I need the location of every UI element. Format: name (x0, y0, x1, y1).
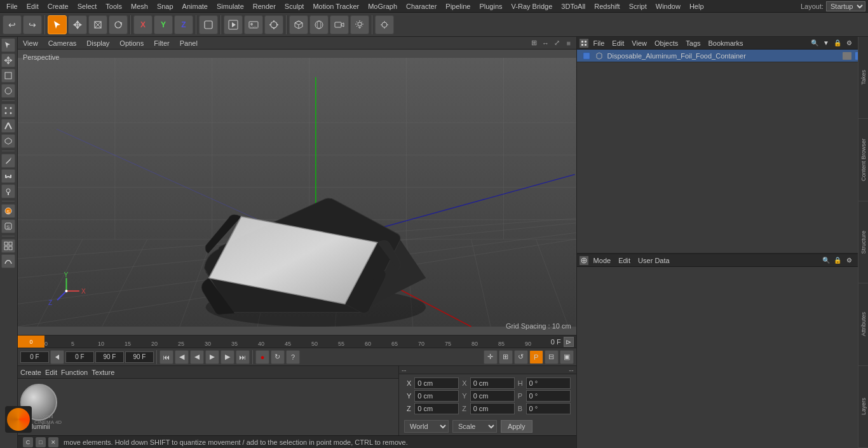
tab-layers[interactable]: Layers (858, 366, 868, 448)
attrs-menu-mode[interactable]: Mode (591, 257, 614, 264)
menu-snap[interactable]: Snap (153, 1, 177, 11)
menu-edit[interactable]: Edit (23, 1, 43, 11)
attrs-settings-icon[interactable]: ⚙ (844, 255, 854, 266)
status-icon-close[interactable]: ✕ (48, 437, 58, 447)
playback-play-forward[interactable] (205, 350, 219, 364)
lp-scale-tool[interactable] (1, 69, 15, 83)
lp-move-tool[interactable] (1, 53, 15, 67)
lp-paint-tool[interactable]: S (1, 204, 15, 218)
redo-button[interactable]: ↪ (23, 15, 42, 34)
tab-takes[interactable]: Takes (858, 37, 868, 119)
playback-tool6[interactable]: ▣ (560, 350, 574, 364)
viewport-menu-cameras[interactable]: Cameras (46, 39, 79, 47)
rp-menu-tags[interactable]: Tags (683, 39, 703, 47)
viewport-icon-arrow[interactable]: ↔ (541, 38, 551, 48)
lp-grid-tool[interactable] (1, 239, 15, 253)
coord-y-size[interactable]: 0 cm (470, 390, 515, 402)
playback-help[interactable]: ? (286, 350, 300, 364)
playback-end-frame1[interactable]: 90 F (95, 351, 124, 363)
viewport-canvas[interactable]: Perspective (18, 50, 576, 335)
coord-p-rot[interactable]: 0 ° (526, 390, 571, 402)
playback-loop[interactable]: ↻ (271, 350, 285, 364)
playback-end-frame2[interactable]: 90 F (125, 351, 154, 363)
menu-render[interactable]: Render (249, 1, 280, 11)
snap-button[interactable] (375, 15, 394, 34)
viewport-menu-view[interactable]: View (20, 39, 41, 47)
rp-lock-icon[interactable]: 🔒 (832, 38, 843, 48)
menu-vray[interactable]: V-Ray Bridge (508, 1, 557, 11)
menu-3dtoall[interactable]: 3DToAll (557, 1, 589, 11)
menu-window[interactable]: Window (652, 1, 684, 11)
menu-mesh[interactable]: Mesh (127, 1, 152, 11)
render-active-view[interactable] (224, 15, 243, 34)
move-mode-button[interactable] (68, 15, 87, 34)
render-settings[interactable] (264, 15, 283, 34)
menu-script[interactable]: Script (625, 1, 651, 11)
apply-button[interactable]: Apply (501, 420, 532, 433)
coord-x-pos[interactable]: 0 cm (414, 377, 459, 389)
menu-character[interactable]: Character (402, 1, 440, 11)
axis-x-button[interactable]: X (133, 15, 153, 34)
rp-menu-objects[interactable]: Objects (652, 39, 681, 47)
viewport-menu-filter[interactable]: Filter (151, 39, 172, 47)
rp-filter-icon[interactable]: ▼ (821, 38, 831, 48)
coord-x-size[interactable]: 0 cm (470, 377, 515, 389)
select-mode-button[interactable] (48, 15, 67, 34)
playback-frame-start[interactable]: 0 F (20, 351, 49, 363)
mat-menu-create[interactable]: Create (20, 369, 41, 376)
undo-button[interactable]: ↩ (3, 15, 22, 34)
axis-z-button[interactable]: Z (174, 15, 193, 34)
menu-plugins[interactable]: Plugins (475, 1, 506, 11)
playback-tool4[interactable]: P (529, 350, 543, 364)
lp-spline-tool[interactable] (1, 254, 15, 268)
render-picture-viewer[interactable] (244, 15, 263, 34)
lp-poly-mode[interactable] (1, 134, 15, 148)
lp-knife-tool[interactable] (1, 154, 15, 168)
rotate-mode-button[interactable] (109, 15, 128, 34)
menu-sculpt[interactable]: Sculpt (281, 1, 308, 11)
lp-texture-tool[interactable]: S (1, 219, 15, 233)
menu-mograph[interactable]: MoGraph (364, 1, 401, 11)
object-tag-1[interactable] (843, 52, 851, 60)
viewport-menu-display[interactable]: Display (84, 39, 112, 47)
playback-tool2[interactable]: ⊞ (499, 350, 513, 364)
playback-tool3[interactable]: ↺ (514, 350, 528, 364)
timeline[interactable]: 0 ticks at 0,5,10,...90 0 5 10 15 20 (18, 335, 576, 348)
lp-arrow-tool[interactable] (1, 38, 15, 52)
playback-step-back[interactable]: ◀ (175, 350, 189, 364)
rp-menu-edit[interactable]: Edit (609, 39, 627, 47)
playback-step-forward[interactable]: ▶ (220, 350, 234, 364)
tab-attributes[interactable]: Attributes (858, 283, 868, 365)
status-icon-viewport[interactable]: □ (36, 437, 46, 447)
cam-button[interactable] (330, 15, 349, 34)
playback-record[interactable]: ● (255, 350, 269, 364)
menu-tools[interactable]: Tools (102, 1, 126, 11)
viewport-icon-menu[interactable]: ≡ (564, 38, 574, 48)
playback-current-frame[interactable]: 0 F (65, 351, 94, 363)
scale-select[interactable]: Scale (452, 420, 497, 433)
mat-menu-function[interactable]: Function (61, 369, 88, 376)
menu-animate[interactable]: Animate (179, 1, 212, 11)
layout-select[interactable]: Startup (826, 1, 865, 11)
rp-menu-view[interactable]: View (629, 39, 649, 47)
rp-menu-file[interactable]: File (591, 39, 607, 47)
playback-goto-end[interactable]: ⏭ (236, 350, 250, 364)
lp-magnet-tool[interactable] (1, 169, 15, 183)
menu-help[interactable]: Help (686, 1, 708, 11)
menu-create[interactable]: Create (44, 1, 72, 11)
mat-menu-texture[interactable]: Texture (92, 369, 114, 376)
playback-tool1[interactable]: ✛ (484, 350, 498, 364)
viewport-icon-fullscreen[interactable]: ⤢ (552, 38, 562, 48)
mat-menu-edit[interactable]: Edit (45, 369, 57, 376)
rp-settings-icon[interactable]: ⚙ (844, 38, 854, 48)
playback-tool5[interactable]: ⊟ (545, 350, 559, 364)
rp-menu-bookmarks[interactable]: Bookmarks (706, 39, 746, 47)
lp-brush-tool[interactable] (1, 184, 15, 198)
attrs-search-icon[interactable]: 🔍 (821, 255, 831, 266)
playback-goto-start[interactable]: ⏮ (159, 350, 173, 364)
tab-structure[interactable]: Structure (858, 201, 868, 283)
axis-y-button[interactable]: Y (154, 15, 173, 34)
menu-motion-tracker[interactable]: Motion Tracker (309, 1, 363, 11)
viewport-menu-panel[interactable]: Panel (177, 39, 200, 47)
menu-select[interactable]: Select (74, 1, 101, 11)
